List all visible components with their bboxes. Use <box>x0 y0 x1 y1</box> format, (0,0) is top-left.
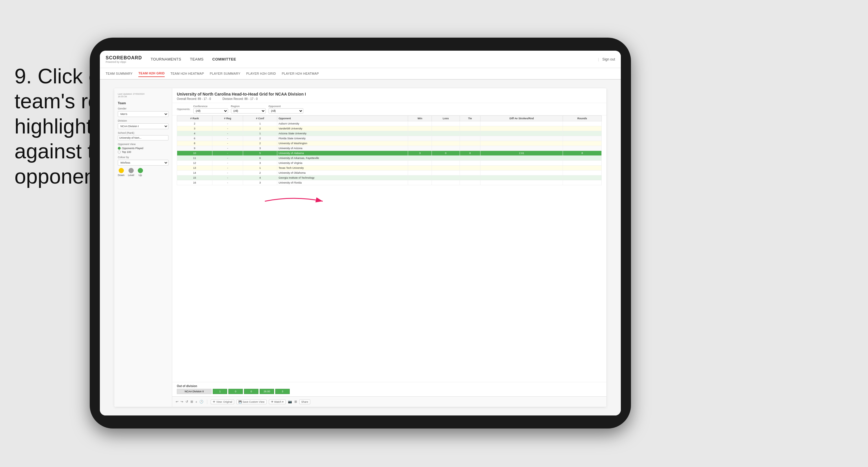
col-conf: # Conf <box>243 116 277 121</box>
tab-team-summary[interactable]: TEAM SUMMARY <box>106 70 132 77</box>
sidebar-gender-select[interactable]: Men's <box>118 111 168 117</box>
clock-icon[interactable]: 🕐 <box>199 400 204 404</box>
opponents-label: Opponents: <box>177 108 190 111</box>
tab-player-h2h-grid[interactable]: PLAYER H2H GRID <box>246 70 276 77</box>
out-div-rounds: 3 <box>275 389 290 394</box>
nav-teams[interactable]: TEAMS <box>190 56 204 63</box>
table-row[interactable]: 2-1Auburn University <box>177 121 602 126</box>
nav-committee[interactable]: COMMITTEE <box>212 56 237 63</box>
logo-text: SCOREBOARD <box>106 55 142 60</box>
filter-opponent: Opponent (All) <box>269 105 303 114</box>
filter-opponent-select[interactable]: (All) <box>269 108 303 114</box>
undo-icon[interactable]: ↩ <box>176 400 178 404</box>
save-custom-view-btn[interactable]: 💾 Save Custom View <box>237 400 266 404</box>
reset-icon[interactable]: ↺ <box>186 400 188 404</box>
sidebar-school-label: School (Rank) <box>118 132 168 134</box>
out-of-division-row[interactable]: NCAA Division II 1 0 0 26.00 3 <box>177 389 602 394</box>
radio-top100-dot <box>118 150 121 153</box>
grid-header: University of North Carolina Head-to-Hea… <box>172 88 607 103</box>
redo-icon[interactable]: ↪ <box>181 400 183 404</box>
tab-player-summary[interactable]: PLAYER SUMMARY <box>210 70 241 77</box>
camera-icon[interactable]: 📷 <box>288 400 292 404</box>
nav-tournaments[interactable]: TOURNAMENTS <box>151 56 182 63</box>
table-row[interactable]: 13-1Texas Tech University <box>177 166 602 171</box>
watch-btn[interactable]: 👁 Watch ▾ <box>269 400 286 404</box>
grid-records: Overall Record: 89 - 17 - 0 Division Rec… <box>177 97 602 100</box>
main-content: Last Updated: 27/03/2024 16:55:38 Team G… <box>100 80 621 415</box>
nav-right: | Sign out <box>598 57 615 61</box>
logo-area: SCOREBOARD Powered by clippi <box>106 55 142 63</box>
tablet-device: SCOREBOARD Powered by clippi TOURNAMENTS… <box>90 38 631 429</box>
table-row[interactable]: 3-2Vanderbilt University <box>177 126 602 131</box>
col-rounds: Rounds <box>563 116 602 121</box>
table-row[interactable]: 4-1Arizona State University <box>177 131 602 136</box>
filter-region: Region (All) <box>231 105 266 114</box>
table-row[interactable]: 16-3University of Florida <box>177 180 602 185</box>
sidebar-school-value[interactable]: University of Nort... <box>118 135 168 140</box>
table-row[interactable]: 10-5University of Alabama3002.618 <box>177 151 602 156</box>
filter-region-select[interactable]: (All) <box>231 108 266 114</box>
tab-player-h2h-heatmap[interactable]: PLAYER H2H HEATMAP <box>282 70 319 77</box>
grid-area: University of North Carolina Head-to-Hea… <box>172 88 607 407</box>
pipe-divider: | <box>598 57 599 61</box>
col-diff: Diff Av Strokes/Rnd <box>480 116 563 121</box>
table-row[interactable]: 12-3University of Virginia <box>177 161 602 166</box>
colour-legend: Down Level Up <box>118 168 168 177</box>
radio-top100[interactable]: Top 100 <box>118 150 168 153</box>
table-row[interactable]: 15-4Georgia Institute of Technology <box>177 175 602 180</box>
sidebar-radio-group: Opponents Played Top 100 <box>118 147 168 153</box>
table-row[interactable]: 14-2University of Oklahoma <box>177 171 602 175</box>
view-original-btn[interactable]: 👁 View: Original <box>211 400 234 404</box>
sidebar-team-title: Team <box>118 101 168 105</box>
sidebar-colour-select[interactable]: Win/loss <box>118 160 168 166</box>
col-opponent: Opponent <box>277 116 408 121</box>
colour-level: Level <box>128 168 134 177</box>
col-win: Win <box>408 116 432 121</box>
filter-conference: Conference (All) <box>193 105 228 114</box>
nav-items: TOURNAMENTS TEAMS COMMITTEE <box>151 56 598 63</box>
sidebar-timestamp: Last Updated: 27/03/2024 16:55:38 <box>118 93 168 98</box>
out-div-win: 1 <box>213 389 227 394</box>
instruction-number: 9. <box>14 64 32 88</box>
col-rank: # Rank <box>177 116 212 121</box>
radio-opponents-played-dot <box>118 147 121 150</box>
radio-opponents-played[interactable]: Opponents Played <box>118 147 168 150</box>
data-table: # Rank # Reg # Conf Opponent Win Loss Ti… <box>172 116 607 382</box>
sidebar-division-label: Division <box>118 119 168 122</box>
more-icon[interactable]: + <box>195 400 197 404</box>
sidebar-gender-label: Gender <box>118 107 168 110</box>
out-div-loss: 0 <box>228 389 243 394</box>
table-row[interactable]: 8-2University of Washington <box>177 141 602 146</box>
sub-navigation: TEAM SUMMARY TEAM H2H GRID TEAM H2H HEAT… <box>100 68 621 80</box>
sidebar: Last Updated: 27/03/2024 16:55:38 Team G… <box>114 88 172 407</box>
sidebar-division-select[interactable]: NCAA Division I <box>118 123 168 129</box>
content-panel: Last Updated: 27/03/2024 16:55:38 Team G… <box>114 88 607 407</box>
table-row[interactable]: 6-2Florida State University <box>177 136 602 141</box>
table-row[interactable]: 11-6University of Arkansas, Fayetteville <box>177 156 602 161</box>
toolbar-separator-1 <box>207 400 207 404</box>
copy-icon[interactable]: ⊞ <box>190 400 193 404</box>
colour-up: Up <box>138 168 143 177</box>
out-div-diff: 26.00 <box>259 389 274 394</box>
overall-record: Overall Record: 89 - 17 - 0 <box>177 97 211 100</box>
colour-dot-up <box>138 168 143 173</box>
col-loss: Loss <box>432 116 460 121</box>
filter-conference-select[interactable]: (All) <box>193 108 228 114</box>
share-btn[interactable]: Share <box>299 400 310 404</box>
tab-team-h2h-heatmap[interactable]: TEAM H2H HEATMAP <box>170 70 204 77</box>
colour-dot-level <box>128 168 134 173</box>
col-reg: # Reg <box>212 116 243 121</box>
sign-out-link[interactable]: Sign out <box>602 57 615 61</box>
grid-icon[interactable]: ⊞ <box>294 400 297 404</box>
tab-team-h2h-grid[interactable]: TEAM H2H GRID <box>138 70 165 77</box>
out-div-tie: 0 <box>244 389 258 394</box>
logo-sub: Powered by clippi <box>106 60 142 63</box>
filter-row: Opponents: Conference (All) Region (All) <box>172 103 607 116</box>
tablet-screen: SCOREBOARD Powered by clippi TOURNAMENTS… <box>100 51 621 415</box>
table-row[interactable]: 9-3University of Arizona <box>177 146 602 151</box>
sidebar-opponent-view-label: Opponent View <box>118 143 168 146</box>
division-record: Division Record: 88 - 17 - 0 <box>223 97 257 100</box>
col-tie: Tie <box>460 116 480 121</box>
colour-down: Down <box>118 168 124 177</box>
top-navigation: SCOREBOARD Powered by clippi TOURNAMENTS… <box>100 51 621 68</box>
